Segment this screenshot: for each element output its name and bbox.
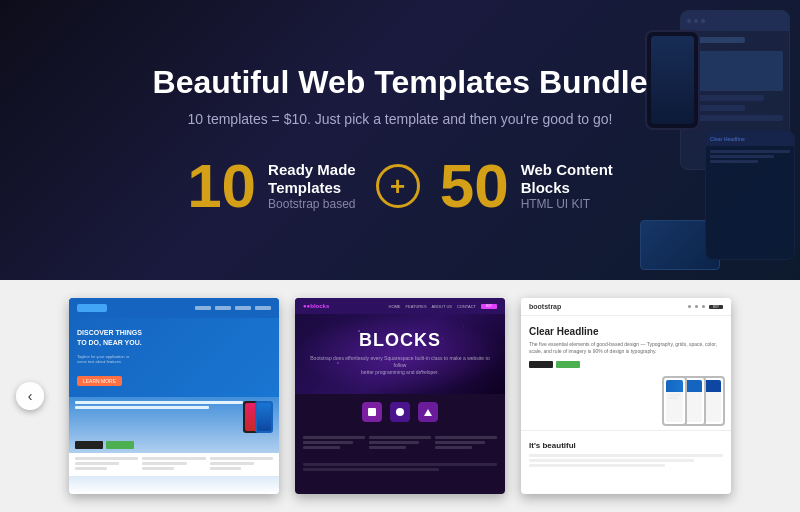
t2-nav: HOME FEATURES ABOUT US CONTACT BUY xyxy=(389,304,497,309)
t2-header: ●●blocks HOME FEATURES ABOUT US CONTACT … xyxy=(295,298,505,314)
t3-bottom: It's beautiful xyxy=(521,435,731,475)
t3-store-badges xyxy=(529,361,723,368)
t3-header: bootstrap BUY xyxy=(521,298,731,316)
t3-content-line-3 xyxy=(529,464,665,467)
template-card-3[interactable]: bootstrap BUY Clear Headline The five es… xyxy=(521,298,731,494)
stat-blocks-label-line1: Web ContentBlocks xyxy=(521,161,613,197)
stats-row: 10 Ready MadeTemplates Bootstrap based +… xyxy=(187,155,613,217)
stat-templates-number: 10 xyxy=(187,155,256,217)
hero-subtitle: 10 templates = $10. Just pick a template… xyxy=(153,111,648,127)
hero-title: Beautiful Web Templates Bundle xyxy=(153,63,648,101)
stat-templates-label-line1: Ready MadeTemplates xyxy=(268,161,356,197)
t2-hero-title: BLOCKS xyxy=(305,330,495,351)
t1-nav xyxy=(195,306,271,310)
t3-subtext: The five essential elements of good-base… xyxy=(529,341,723,355)
template-card-1[interactable]: DISCOVER THINGSTO DO, NEAR YOU. Tagline … xyxy=(69,298,279,494)
t3-logo: bootstrap xyxy=(529,303,561,310)
t1-footer xyxy=(69,453,279,476)
t1-store-badges xyxy=(69,437,279,453)
t2-hero-sub: Bootstrap does effortlessly every Square… xyxy=(305,355,495,376)
stat-templates-label: Ready MadeTemplates Bootstrap based xyxy=(268,161,356,211)
hero-content: Beautiful Web Templates Bundle 10 templa… xyxy=(133,63,668,155)
t3-bottom-title: It's beautiful xyxy=(529,441,723,450)
t2-icons-row xyxy=(295,394,505,430)
stat-blocks: 50 Web ContentBlocks HTML UI KIT xyxy=(440,155,613,217)
stat-blocks-label-sub: HTML UI KIT xyxy=(521,197,613,211)
stat-templates: 10 Ready MadeTemplates Bootstrap based xyxy=(187,155,356,217)
t1-cta-button[interactable]: LEARN MORE xyxy=(77,376,122,386)
left-chevron-icon: ‹ xyxy=(28,388,33,404)
t3-content-line-2 xyxy=(529,459,694,462)
t1-hero-text: DISCOVER THINGSTO DO, NEAR YOU. xyxy=(77,328,271,348)
t2-hero: BLOCKS Bootstrap does effortlessly every… xyxy=(295,314,505,394)
device-mockup-2: Clear Headline xyxy=(705,130,795,260)
stat-blocks-number: 50 xyxy=(440,155,509,217)
t2-content-blocks xyxy=(295,430,505,457)
t3-content-line-1 xyxy=(529,454,723,457)
template-card-2[interactable]: ●●blocks HOME FEATURES ABOUT US CONTACT … xyxy=(295,298,505,494)
plus-icon: + xyxy=(376,164,420,208)
t3-nav: BUY xyxy=(688,305,723,309)
t1-logo xyxy=(77,304,107,312)
templates-section: DISCOVER THINGSTO DO, NEAR YOU. Tagline … xyxy=(0,280,800,512)
t3-divider xyxy=(521,430,731,431)
t3-headline: Clear Headline xyxy=(529,326,723,337)
t2-logo: ●●blocks xyxy=(303,303,329,309)
templates-grid: DISCOVER THINGSTO DO, NEAR YOU. Tagline … xyxy=(0,280,800,512)
stat-blocks-label: Web ContentBlocks HTML UI KIT xyxy=(521,161,613,211)
prev-arrow-button[interactable]: ‹ xyxy=(16,382,44,410)
stat-templates-label-sub: Bootstrap based xyxy=(268,197,356,211)
hero-section: Clear Headline Beautiful Web Templates B… xyxy=(0,0,800,280)
t1-hero: DISCOVER THINGSTO DO, NEAR YOU. Tagline … xyxy=(69,318,279,397)
